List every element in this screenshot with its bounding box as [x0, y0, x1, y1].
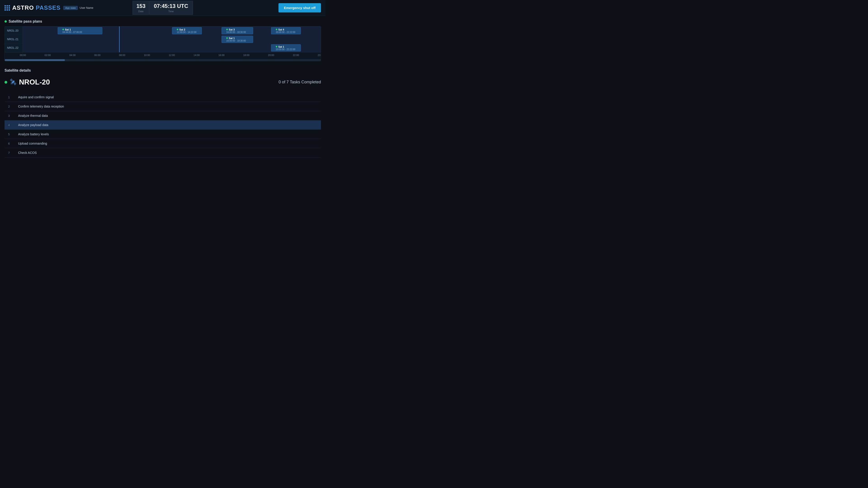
status-dot	[4, 20, 7, 23]
logo-passes: PASSES	[36, 4, 61, 11]
time-box: 07:45:13 UTC Time	[149, 1, 193, 15]
task-number: 3	[8, 114, 13, 118]
pass-name-text: Sat 2	[179, 28, 185, 31]
task-row[interactable]: 2Confirm telemetry data reception	[4, 102, 321, 111]
task-number: 6	[8, 142, 13, 145]
axis-label: 22:00	[293, 54, 299, 57]
time-indicator	[119, 35, 120, 43]
axis-label: 23:59	[318, 54, 321, 57]
pass-name-text: Sat 1	[229, 37, 235, 39]
pass-time: 16:00:00 - 18:30:00	[226, 31, 253, 33]
task-label: Aquire and confirm signal	[18, 95, 54, 99]
row-label: NROL-22	[5, 43, 23, 52]
timeline-container[interactable]: NROL-20Sat 104:44:00 - 07:00:00Sat 212:0…	[4, 26, 321, 61]
axis-label: 10:00	[144, 54, 150, 57]
satellite-header: 🛰 NROL-20 0 of 7 Tasks Completed	[4, 76, 321, 88]
pass-block[interactable]: Sat 212:00:00 - 14:22:00	[172, 27, 202, 34]
scrollbar-track[interactable]	[5, 59, 321, 61]
pass-time: 16:00:00 - 18:30:00	[226, 39, 253, 42]
task-number: 5	[8, 133, 13, 136]
pass-name-text: Sat 4	[278, 28, 284, 31]
task-label: Check ACOS	[18, 151, 37, 155]
pass-time: 12:00:00 - 14:22:00	[177, 31, 202, 33]
pass-plans-title-text: Satellite pass plans	[8, 20, 42, 24]
tasks-list: 1Aquire and confirm signal2Confirm telem…	[4, 93, 321, 158]
pass-block[interactable]: Sat 116:00:00 - 18:30:00	[221, 36, 253, 43]
axis-label: 14:00	[193, 54, 200, 57]
scrollbar-thumb[interactable]	[5, 59, 65, 61]
pass-name-text: Sat 1	[278, 45, 284, 48]
row-label: NROL-21	[5, 35, 23, 43]
main-content: Satellite pass plans NROL-20Sat 104:44:0…	[0, 16, 326, 161]
pass-name-text: Sat 1	[65, 28, 71, 31]
timeline-rows: NROL-20Sat 104:44:00 - 07:00:00Sat 212:0…	[5, 26, 321, 52]
logo-astro: ASTRO	[12, 4, 34, 11]
pass-block[interactable]: Sat 316:00:00 - 18:30:00	[221, 27, 253, 34]
timeline-row[interactable]: NROL-22Sat 120:00:00 - 22:22:00	[5, 43, 321, 52]
pass-block[interactable]: Sat 120:00:00 - 22:22:00	[271, 44, 301, 52]
row-track: Sat 104:44:00 - 07:00:00Sat 212:00:00 - …	[23, 26, 321, 35]
time-value: 07:45:13 UTC	[154, 3, 188, 9]
pass-dot	[177, 29, 178, 30]
timeline-row[interactable]: NROL-20Sat 104:44:00 - 07:00:00Sat 212:0…	[5, 26, 321, 35]
satellite-icon: 🛰	[10, 78, 16, 86]
axis-label: 06:00	[94, 54, 101, 57]
app-state-badge: App state	[63, 6, 78, 10]
pass-time: 20:00:00 - 22:22:00	[276, 48, 301, 51]
task-row[interactable]: 6Upload commanding	[4, 139, 321, 148]
task-row[interactable]: 5Analyze battery levels	[4, 130, 321, 139]
task-number: 7	[8, 151, 13, 155]
satellite-name: NROL-20	[19, 78, 50, 86]
task-row[interactable]: 7Check ACOS	[4, 148, 321, 158]
pass-dot	[276, 29, 277, 30]
satellite-name-row: 🛰 NROL-20	[4, 78, 50, 86]
axis-label: 04:00	[69, 54, 76, 57]
date-label: Date	[136, 10, 145, 13]
pass-plans-title: Satellite pass plans	[4, 20, 321, 24]
axis-label: 20:00	[268, 54, 274, 57]
row-track: Sat 116:00:00 - 18:30:00	[23, 35, 321, 43]
timeline-axis: 00:0002:0004:0006:0008:0010:0012:0014:00…	[5, 52, 321, 59]
axis-label: 08:00	[119, 54, 125, 57]
satellite-details-section: Satellite details 🛰 NROL-20 0 of 7 Tasks…	[0, 65, 326, 161]
pass-block[interactable]: Sat 420:00:00 - 22:22:00	[271, 27, 301, 34]
time-indicator	[119, 26, 120, 35]
header-badges: App state User Name	[63, 6, 93, 10]
date-box: 153 Date	[132, 1, 149, 15]
task-label: Confirm telemetry data reception	[18, 105, 64, 108]
task-label: Upload commanding	[18, 142, 47, 145]
time-indicator	[119, 43, 120, 52]
header-datetime: 153 Date 07:45:13 UTC Time	[132, 1, 193, 15]
header: ASTRO PASSES App state User Name 153 Dat…	[0, 0, 326, 16]
row-track: Sat 120:00:00 - 22:22:00	[23, 43, 321, 52]
pass-block[interactable]: Sat 104:44:00 - 07:00:00	[58, 27, 102, 34]
emergency-shutoff-button[interactable]: Emergency shut off	[278, 3, 321, 12]
tasks-completed-label: 0 of 7 Tasks Completed	[278, 80, 321, 85]
grid-icon	[4, 5, 10, 11]
username-label: User Name	[80, 6, 93, 9]
satellite-pass-plans-section: Satellite pass plans NROL-20Sat 104:44:0…	[0, 16, 326, 65]
pass-time: 04:44:00 - 07:00:00	[62, 31, 102, 33]
timeline-row[interactable]: NROL-21Sat 116:00:00 - 18:30:00	[5, 35, 321, 43]
task-row[interactable]: 3Analyze thermal data	[4, 111, 321, 121]
pass-time: 20:00:00 - 22:22:00	[276, 31, 301, 33]
task-label: Analyze payload data	[18, 123, 49, 127]
details-title: Satellite details	[4, 68, 321, 72]
pass-name-text: Sat 3	[229, 28, 235, 31]
pass-dot	[226, 37, 228, 39]
task-number: 2	[8, 105, 13, 108]
date-value: 153	[136, 3, 145, 9]
pass-dot	[226, 29, 228, 30]
axis-labels: 00:0002:0004:0006:0008:0010:0012:0014:00…	[23, 53, 321, 59]
task-number: 1	[8, 96, 13, 99]
task-number: 4	[8, 123, 13, 127]
axis-label: 02:00	[44, 54, 51, 57]
task-row[interactable]: 1Aquire and confirm signal	[4, 93, 321, 102]
task-label: Analyze thermal data	[18, 114, 48, 118]
time-label: Time	[154, 10, 188, 13]
task-row[interactable]: 4Analyze payload data	[4, 121, 321, 130]
pass-dot	[276, 46, 277, 47]
axis-label: 18:00	[243, 54, 250, 57]
axis-label: 16:00	[218, 54, 225, 57]
axis-label: 00:00	[20, 54, 26, 57]
